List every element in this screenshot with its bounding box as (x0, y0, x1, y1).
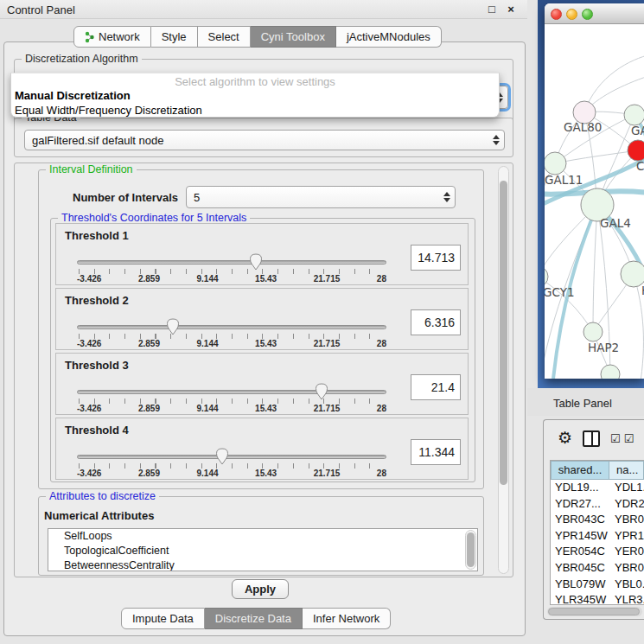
zoom-traffic-light-icon[interactable] (582, 9, 593, 20)
network-node-gal11[interactable] (545, 152, 566, 175)
tab-jactivemnodules[interactable]: jActiveMNodules (336, 26, 442, 48)
table-row[interactable]: YDR27...YDR2... (551, 496, 644, 513)
table-data-combobox[interactable]: galFiltered.sif default node (24, 130, 505, 150)
minimize-traffic-light-icon[interactable] (566, 9, 577, 20)
attributes-list-scrollbar[interactable] (465, 530, 476, 570)
slider-track[interactable] (77, 260, 386, 265)
float-window-icon[interactable]: □ (484, 2, 500, 17)
tab-impute-data[interactable]: Impute Data (121, 608, 205, 629)
apply-button[interactable]: Apply (232, 579, 289, 599)
slider-track[interactable] (77, 390, 386, 394)
tab-network[interactable]: Network (73, 26, 151, 48)
network-node-hap2[interactable] (583, 322, 603, 341)
table-cell-shared-name[interactable]: YBR043C (551, 512, 609, 528)
table-cell-name[interactable]: YBL0... (609, 577, 644, 593)
menu-item-manual-discretization[interactable]: Manual Discretization (11, 88, 499, 103)
tab-cyni-toolbox[interactable]: Cyni Toolbox (251, 26, 336, 48)
network-canvas[interactable]: GAL80GACGAL11GAL4GCY1HHAP2 (545, 24, 644, 379)
table-cell-name[interactable]: YER0... (609, 544, 644, 560)
slider-tick-labels: -3.4262.8599.14415.4321.71528 (77, 339, 386, 348)
number-of-intervals-combobox[interactable]: 5 (186, 186, 456, 208)
settings-vertical-scrollbar[interactable] (498, 166, 509, 574)
scrollbar-thumb[interactable] (467, 532, 475, 567)
column-header-name[interactable]: na... (609, 461, 644, 480)
tab-label: Select (208, 30, 239, 43)
threshold-slider-1[interactable]: -3.4262.8599.14415.4321.71528 (77, 255, 386, 284)
table-cell-name[interactable]: YLR3... (609, 592, 644, 605)
close-traffic-light-icon[interactable] (551, 9, 562, 20)
column-header-shared-name[interactable]: shared... (551, 461, 609, 480)
tab-style[interactable]: Style (151, 26, 198, 48)
attribute-list-item[interactable]: SelfLoops (48, 529, 477, 544)
network-node[interactable] (601, 365, 620, 379)
checkbox-icon[interactable]: ☑ (624, 432, 634, 445)
network-node-c[interactable] (628, 140, 644, 161)
threshold-value-input[interactable]: 11.344 (411, 439, 461, 465)
table-cell-shared-name[interactable]: YER054C (551, 544, 609, 560)
threshold-value-input[interactable]: 21.4 (411, 374, 461, 400)
bottom-tab-bar: Impute DataDiscretize DataInfer Network (121, 608, 391, 629)
threshold-slider-4[interactable]: -3.4262.8599.14415.4321.71528 (77, 450, 386, 479)
threshold-value-input[interactable]: 6.316 (411, 309, 461, 335)
table-horizontal-scrollbar[interactable] (547, 607, 642, 616)
close-icon[interactable]: × (503, 2, 519, 17)
menu-item-equal-width-frequency-discretization[interactable]: Equal Width/Frequency Discretization (11, 103, 499, 118)
slider-thumb[interactable] (166, 318, 180, 335)
slider-thumb[interactable] (249, 253, 263, 271)
slider-thumb[interactable] (315, 383, 328, 400)
attribute-list-item[interactable]: TopologicalCoefficient (48, 544, 477, 558)
table-row[interactable]: YBR043CYBR0... (551, 512, 644, 528)
gear-icon[interactable]: ⚙ (558, 430, 572, 447)
threshold-value-input[interactable]: 14.713 (411, 245, 461, 271)
slider-tick-labels: -3.4262.8599.14415.4321.71528 (77, 469, 386, 478)
table-cell-shared-name[interactable]: YLR345W (551, 592, 609, 605)
table-cell-name[interactable]: YBR0... (609, 560, 644, 577)
tab-label: Style (162, 30, 187, 43)
slider-thumb[interactable] (215, 448, 229, 465)
network-node-label: C (636, 159, 644, 173)
table-row[interactable]: YBR045CYBR0... (551, 560, 644, 577)
slider-track[interactable] (77, 325, 386, 329)
table-cell-shared-name[interactable]: YBR045C (551, 560, 609, 577)
scrollbar-thumb[interactable] (500, 181, 507, 485)
network-node-h[interactable] (621, 261, 644, 287)
numerical-attributes-list[interactable]: SelfLoopsTopologicalCoefficientBetweenne… (48, 528, 478, 571)
table-row[interactable]: YPR145WYPR1... (551, 528, 644, 545)
tab-label: Infer Network (313, 612, 379, 625)
table-cell-name[interactable]: YDL1... (609, 480, 644, 496)
table-cell-name[interactable]: YDR2... (609, 496, 644, 513)
network-view-window: GAL80GACGAL11GAL4GCY1HHAP2 (545, 3, 644, 379)
table-row[interactable]: YER054CYER0... (551, 544, 644, 560)
network-edge[interactable] (555, 150, 638, 163)
network-node-label: HAP2 (588, 341, 619, 354)
table-row[interactable]: YLR345WYLR3... (551, 592, 644, 605)
table-row[interactable]: YDL19...YDL1... (551, 480, 644, 496)
tab-label: Discretize Data (215, 612, 291, 625)
table-cell-shared-name[interactable]: YDR27... (551, 496, 609, 513)
network-edge[interactable] (593, 205, 597, 332)
split-columns-icon[interactable] (583, 430, 600, 447)
table-panel-titlebar: Table Panel (527, 388, 644, 416)
tick-label: 2.859 (138, 469, 160, 478)
tab-select[interactable]: Select (198, 26, 251, 48)
tab-infer-network[interactable]: Infer Network (303, 608, 391, 629)
network-window-titlebar[interactable] (545, 3, 644, 24)
threshold-slider-2[interactable]: -3.4262.8599.14415.4321.71528 (77, 320, 386, 349)
network-node-ga[interactable] (624, 105, 644, 125)
table-cell-shared-name[interactable]: YDL19... (551, 480, 609, 496)
table-cell-shared-name[interactable]: YBL079W (551, 577, 609, 593)
threshold-slider-3[interactable]: -3.4262.8599.14415.4321.71528 (77, 385, 386, 414)
network-node-label: GAL80 (564, 120, 602, 134)
checkbox-icon[interactable]: ☑ (610, 432, 621, 445)
tick-label: 21.715 (314, 274, 341, 284)
slider-track[interactable] (77, 455, 386, 459)
table-cell-name[interactable]: YPR1... (609, 528, 644, 545)
table-row[interactable]: YBL079WYBL0... (551, 577, 644, 593)
table-cell-name[interactable]: YBR0... (609, 512, 644, 528)
algorithm-dropdown-popup: Select algorithm to view settings Manual… (10, 73, 500, 118)
attribute-list-item[interactable]: BetweennessCentrality (48, 558, 477, 571)
tab-discretize-data[interactable]: Discretize Data (205, 608, 303, 629)
scrollbar-thumb[interactable] (548, 608, 640, 615)
table-cell-shared-name[interactable]: YPR145W (551, 528, 609, 545)
algorithm-popup-placeholder: Select algorithm to view settings (11, 73, 499, 88)
